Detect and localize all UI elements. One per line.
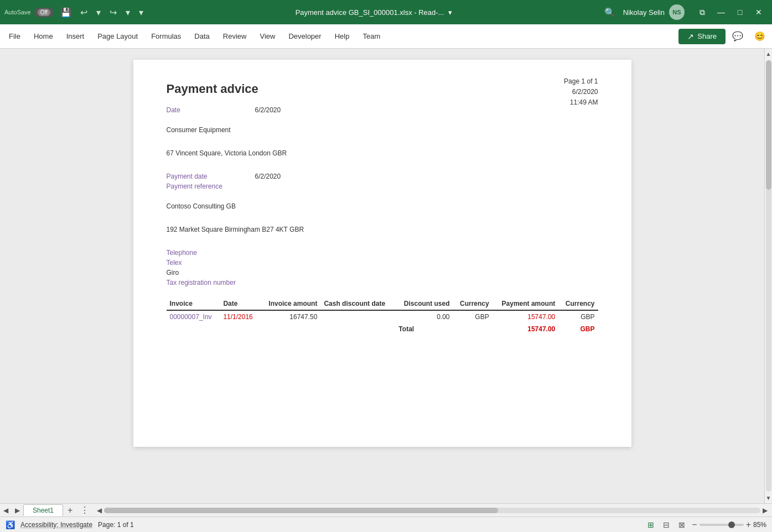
accessibility-icon: ♿: [6, 520, 15, 529]
statusbar-left: ♿ Accessibility: Investigate Page: 1 of …: [6, 520, 134, 529]
scroll-up-button[interactable]: ▲: [765, 50, 772, 58]
menu-insert[interactable]: Insert: [60, 29, 91, 44]
total-label: Total: [395, 323, 453, 335]
col-date: Date: [220, 298, 260, 310]
undo-icon[interactable]: ↩: [77, 5, 91, 20]
col-cash-discount-date: Cash discount date: [320, 298, 395, 310]
user-name: Nikolay Selin: [623, 8, 665, 17]
autosave-label: AutoSave: [4, 9, 31, 15]
tab-next-button[interactable]: ▶: [12, 507, 23, 514]
company-address-section: 67 Vincent Square, Victoria London GBR: [167, 149, 598, 157]
cell-currency1: GBP: [453, 310, 493, 323]
minimize-button[interactable]: —: [712, 4, 730, 20]
search-icon[interactable]: 🔍: [601, 5, 619, 20]
tab-options-button[interactable]: ⋮: [77, 505, 92, 515]
menu-view[interactable]: View: [253, 29, 282, 44]
scroll-track[interactable]: [766, 60, 771, 492]
invoice-table: Invoice Date Invoice amount Cash discoun…: [167, 298, 598, 335]
scroll-down-button[interactable]: ▼: [765, 494, 772, 502]
total-spacer: [167, 323, 396, 335]
menubar-right: ↗ Share 💬 😊: [678, 28, 770, 45]
payment-ref-label: Payment reference: [167, 182, 255, 190]
redo-icon[interactable]: ↪: [106, 5, 120, 20]
zoom-control: − + 85%: [692, 520, 766, 530]
cell-payment-amount: 15747.00: [493, 310, 559, 323]
menu-review[interactable]: Review: [216, 29, 253, 44]
comment-icon[interactable]: 💬: [728, 28, 748, 45]
emoji-icon[interactable]: 😊: [750, 28, 770, 45]
print-time: 11:49 AM: [564, 97, 598, 108]
hscroll-right-button[interactable]: ▶: [760, 507, 770, 514]
cell-invoice: 00000007_Inv: [167, 310, 220, 323]
print-date: 6/2/2020: [564, 87, 598, 97]
col-currency2: Currency: [558, 298, 598, 310]
page-info: Page: 1 of 1: [98, 521, 134, 529]
redo-dropdown-icon[interactable]: ▾: [122, 5, 133, 20]
date-value: 6/2/2020: [255, 106, 281, 114]
col-invoice: Invoice: [167, 298, 220, 310]
customize-icon[interactable]: ▾: [136, 5, 147, 20]
zoom-in-button[interactable]: +: [746, 520, 751, 530]
company-section: Consumer Equipment: [167, 126, 598, 134]
restore-button[interactable]: ⧉: [693, 4, 711, 20]
menu-file[interactable]: File: [2, 29, 27, 44]
hscroll-track[interactable]: [104, 508, 760, 513]
zoom-out-button[interactable]: −: [692, 520, 697, 530]
titlebar-icons: 💾 ↩ ▾ ↪ ▾ ▾: [57, 5, 147, 20]
menu-team[interactable]: Team: [356, 29, 387, 44]
document-page: Page 1 of 1 6/2/2020 11:49 AM Payment ad…: [133, 60, 631, 447]
telex-label: Telex: [167, 259, 255, 267]
titlebar: AutoSave Off 💾 ↩ ▾ ↪ ▾ ▾ Payment advice …: [0, 0, 772, 24]
page-break-view-button[interactable]: ⊠: [676, 519, 687, 530]
menu-home[interactable]: Home: [27, 29, 60, 44]
telephone-label: Telephone: [167, 249, 255, 257]
tab-prev-button[interactable]: ◀: [0, 507, 12, 514]
horizontal-scrollbar[interactable]: ◀ ▶: [95, 504, 770, 517]
total-payment: 15747.00: [493, 323, 559, 335]
autosave-toggle[interactable]: Off: [34, 8, 54, 17]
scroll-thumb[interactable]: [766, 60, 771, 190]
giro-row: Giro: [167, 269, 598, 277]
avatar[interactable]: NS: [669, 4, 685, 20]
col-payment-amount: Payment amount: [493, 298, 559, 310]
table-row: 00000007_Inv 11/1/2016 16747.50 0.00 GBP…: [167, 310, 598, 323]
zoom-thumb[interactable]: [728, 521, 735, 528]
vertical-scrollbar[interactable]: ▲ ▼: [764, 49, 772, 503]
hscroll-thumb[interactable]: [104, 508, 498, 513]
menu-developer[interactable]: Developer: [282, 29, 328, 44]
cell-currency2: GBP: [558, 310, 598, 323]
page-layout-view-button[interactable]: ⊟: [661, 519, 672, 530]
col-currency1: Currency: [453, 298, 493, 310]
col-discount-used: Discount used: [395, 298, 453, 310]
cell-invoice-amount: 16747.50: [260, 310, 320, 323]
zoom-level[interactable]: 85%: [753, 521, 766, 529]
share-button[interactable]: ↗ Share: [678, 29, 726, 44]
menu-data[interactable]: Data: [188, 29, 216, 44]
menu-page-layout[interactable]: Page Layout: [91, 29, 144, 44]
supplier-address-section: 192 Market Square Birmingham B27 4KT GBR: [167, 226, 598, 233]
menu-formulas[interactable]: Formulas: [144, 29, 188, 44]
maximize-button[interactable]: □: [731, 4, 749, 20]
page-wrapper[interactable]: Page 1 of 1 6/2/2020 11:49 AM Payment ad…: [0, 49, 764, 503]
add-sheet-button[interactable]: +: [63, 505, 77, 515]
save-icon[interactable]: 💾: [57, 5, 75, 20]
sheet-area: Page 1 of 1 6/2/2020 11:49 AM Payment ad…: [0, 49, 764, 503]
main-area: Page 1 of 1 6/2/2020 11:49 AM Payment ad…: [0, 49, 772, 503]
hscroll-left-button[interactable]: ◀: [95, 507, 104, 514]
cell-discount-used: 0.00: [395, 310, 453, 323]
supplier-section: Contoso Consulting GB: [167, 202, 598, 210]
zoom-slider[interactable]: [700, 524, 744, 526]
tax-reg-row: Tax registration number: [167, 279, 598, 286]
col-invoice-amount: Invoice amount: [260, 298, 320, 310]
filename-dropdown[interactable]: ▾: [448, 8, 452, 17]
accessibility-text[interactable]: Accessibility: Investigate: [20, 521, 92, 529]
sheet-tab-sheet1[interactable]: Sheet1: [23, 504, 63, 516]
close-button[interactable]: ✕: [750, 4, 768, 20]
statusbar-right: ⊞ ⊟ ⊠ − + 85%: [645, 519, 766, 530]
normal-view-button[interactable]: ⊞: [645, 519, 656, 530]
bottom-bar: ◀ ▶ Sheet1 + ⋮ ◀ ▶: [0, 503, 772, 517]
menu-help[interactable]: Help: [328, 29, 356, 44]
titlebar-right: 🔍 Nikolay Selin NS ⧉ — □ ✕: [601, 4, 768, 20]
undo-dropdown-icon[interactable]: ▾: [93, 5, 104, 20]
total-currency: GBP: [558, 323, 598, 335]
